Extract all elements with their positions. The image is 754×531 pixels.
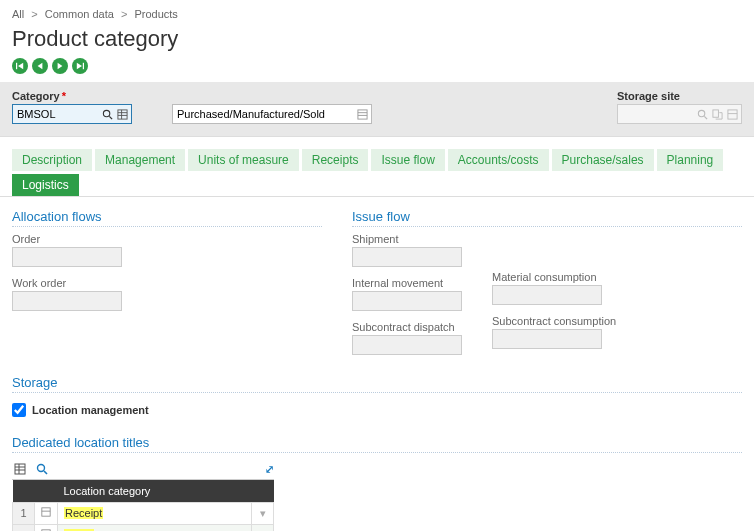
grid-col-action <box>35 480 58 502</box>
tab-description[interactable]: Description <box>12 149 92 171</box>
table-icon[interactable] <box>356 108 368 120</box>
work-order-label: Work order <box>12 277 322 289</box>
search-icon[interactable] <box>696 108 708 120</box>
jump-icon[interactable] <box>711 108 723 120</box>
filter-bar: Category* Storage site <box>0 82 754 137</box>
svg-rect-12 <box>357 109 366 118</box>
order-input[interactable] <box>12 247 122 267</box>
tab-issue-flow[interactable]: Issue flow <box>371 149 444 171</box>
grid-table-icon[interactable] <box>12 461 28 477</box>
page-title: Product category <box>0 24 754 56</box>
location-management-checkbox[interactable] <box>12 403 26 417</box>
search-icon[interactable] <box>101 108 113 120</box>
grid-col-dropdown <box>252 480 274 502</box>
svg-marker-4 <box>77 63 82 69</box>
next-record-button[interactable] <box>52 58 68 74</box>
svg-line-16 <box>704 116 707 119</box>
expand-icon[interactable]: ⤢ <box>265 463 274 476</box>
category-desc-group <box>172 90 372 124</box>
last-record-button[interactable] <box>72 58 88 74</box>
storage-site-input[interactable] <box>618 105 693 123</box>
location-management-label: Location management <box>32 404 149 416</box>
subcontract-dispatch-input[interactable] <box>352 335 462 355</box>
tab-accounts-costs[interactable]: Accounts/costs <box>448 149 549 171</box>
svg-marker-1 <box>18 63 23 69</box>
category-input[interactable] <box>13 105 98 123</box>
svg-marker-3 <box>58 63 63 69</box>
svg-point-24 <box>38 465 45 472</box>
section-issue-flow: Issue flow <box>352 205 742 227</box>
shipment-input[interactable] <box>352 247 462 267</box>
category-filter-group: Category* <box>12 90 132 124</box>
chevron-right-icon: > <box>121 8 127 20</box>
chevron-down-icon[interactable]: ▾ <box>252 502 274 524</box>
record-nav <box>0 56 754 82</box>
section-allocation-flows: Allocation flows <box>12 205 322 227</box>
table-icon[interactable] <box>116 108 128 120</box>
work-order-input[interactable] <box>12 291 122 311</box>
grid-col-location-category[interactable]: Location category <box>58 480 252 502</box>
tab-logistics[interactable]: Logistics <box>12 174 79 196</box>
svg-line-25 <box>44 471 47 474</box>
svg-point-6 <box>103 110 109 116</box>
location-grid: Location category 1 Receipt ▾ 2 Stock ▾ … <box>12 480 274 531</box>
tab-receipts[interactable]: Receipts <box>302 149 369 171</box>
tab-bar: Description Management Units of measure … <box>0 137 754 197</box>
tab-purchase-sales[interactable]: Purchase/sales <box>552 149 654 171</box>
svg-rect-26 <box>42 508 50 516</box>
subcontract-consumption-label: Subcontract consumption <box>492 315 616 327</box>
material-consumption-label: Material consumption <box>492 271 616 283</box>
breadcrumb-products[interactable]: Products <box>134 8 177 20</box>
svg-marker-2 <box>38 63 43 69</box>
grid-toolbar: ⤢ <box>12 459 274 480</box>
breadcrumb-common-data[interactable]: Common data <box>45 8 114 20</box>
chevron-right-icon: > <box>31 8 37 20</box>
tab-content-logistics: Allocation flows Order Work order Issue … <box>0 197 754 531</box>
svg-rect-0 <box>16 63 17 69</box>
category-lookup[interactable] <box>12 104 132 124</box>
location-category-cell[interactable]: Stock <box>58 524 252 531</box>
category-desc-input[interactable] <box>173 105 353 123</box>
table-icon[interactable] <box>726 108 738 120</box>
svg-rect-20 <box>15 464 25 474</box>
svg-point-15 <box>698 110 704 116</box>
material-consumption-input[interactable] <box>492 285 602 305</box>
section-storage: Storage <box>12 371 742 393</box>
first-record-button[interactable] <box>12 58 28 74</box>
chevron-down-icon[interactable]: ▾ <box>252 524 274 531</box>
svg-rect-18 <box>727 109 736 118</box>
internal-movement-label: Internal movement <box>352 277 462 289</box>
subcontract-consumption-input[interactable] <box>492 329 602 349</box>
row-number: 1 <box>13 502 35 524</box>
grid-col-rownum <box>13 480 35 502</box>
tab-planning[interactable]: Planning <box>657 149 724 171</box>
breadcrumb: All > Common data > Products <box>0 0 754 24</box>
internal-movement-input[interactable] <box>352 291 462 311</box>
breadcrumb-all[interactable]: All <box>12 8 24 20</box>
storage-site-label: Storage site <box>617 90 742 102</box>
storage-site-lookup[interactable] <box>617 104 742 124</box>
location-category-cell[interactable]: Receipt <box>58 502 252 524</box>
category-label: Category* <box>12 90 132 102</box>
row-action-icon[interactable] <box>35 524 58 531</box>
svg-line-7 <box>109 116 112 119</box>
tab-units-of-measure[interactable]: Units of measure <box>188 149 299 171</box>
svg-rect-17 <box>712 109 718 116</box>
grid-search-icon[interactable] <box>34 461 50 477</box>
tab-management[interactable]: Management <box>95 149 185 171</box>
row-number: 2 <box>13 524 35 531</box>
table-row[interactable]: 1 Receipt ▾ <box>13 502 274 524</box>
section-dedicated-locations: Dedicated location titles <box>12 431 742 453</box>
subcontract-dispatch-label: Subcontract dispatch <box>352 321 462 333</box>
storage-site-group: Storage site <box>617 90 742 124</box>
svg-rect-5 <box>83 63 84 69</box>
table-row[interactable]: 2 Stock ▾ <box>13 524 274 531</box>
category-desc-lookup[interactable] <box>172 104 372 124</box>
prev-record-button[interactable] <box>32 58 48 74</box>
shipment-label: Shipment <box>352 233 462 245</box>
row-action-icon[interactable] <box>35 502 58 524</box>
order-label: Order <box>12 233 322 245</box>
svg-rect-8 <box>117 109 126 118</box>
